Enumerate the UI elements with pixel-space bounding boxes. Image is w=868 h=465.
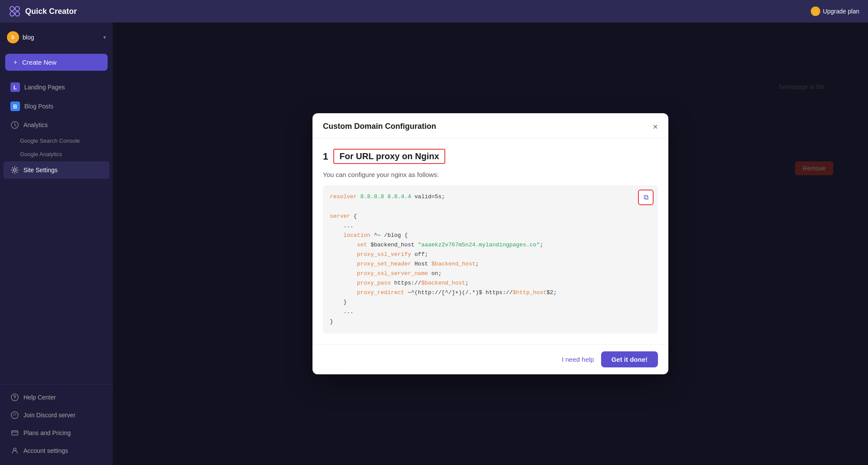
copy-code-button[interactable]: ⧉ xyxy=(638,190,654,205)
upgrade-plan-button[interactable]: 👑 Upgrade plan xyxy=(811,7,859,16)
site-settings-icon xyxy=(10,166,19,174)
plus-icon: ＋ xyxy=(12,58,19,66)
step-header: 1 For URL proxy on Nginx xyxy=(323,149,658,164)
account-icon xyxy=(10,446,19,455)
blog-posts-icon: B xyxy=(10,102,20,111)
help-link-button[interactable]: I need help xyxy=(562,356,594,363)
sidebar-item-plans-pricing[interactable]: Plans and Pricing xyxy=(3,424,109,442)
chevron-down-icon: ▾ xyxy=(103,34,106,40)
svg-point-0 xyxy=(10,7,14,11)
discord-icon xyxy=(10,411,19,419)
svg-point-3 xyxy=(15,12,20,16)
create-new-button[interactable]: ＋ Create New xyxy=(5,54,108,71)
create-new-label: Create New xyxy=(22,59,56,66)
help-center-icon xyxy=(10,393,19,402)
sidebar-label-join-discord: Join Discord server xyxy=(23,412,76,419)
code-block-container: ⧉ resolver 8.8.8.8 8.8.4.4 valid=5s; ser… xyxy=(323,185,658,333)
plans-icon xyxy=(10,429,19,437)
sidebar-item-google-search-console[interactable]: Google Search Console xyxy=(0,134,113,147)
navbar-left: Quick Creator xyxy=(9,5,77,17)
svg-point-7 xyxy=(14,399,15,400)
sidebar-label-google-search-console: Google Search Console xyxy=(20,138,80,144)
app-title: Quick Creator xyxy=(25,7,77,16)
custom-domain-modal: Custom Domain Configuration × 1 For URL … xyxy=(312,113,668,374)
blog-selector[interactable]: b blog ▾ xyxy=(0,28,113,47)
sidebar-item-analytics[interactable]: Analytics xyxy=(3,116,109,134)
step-number: 1 xyxy=(323,151,328,162)
sidebar-label-analytics: Analytics xyxy=(23,121,48,128)
modal-close-button[interactable]: × xyxy=(653,122,658,131)
sidebar-item-blog-posts[interactable]: B Blog Posts xyxy=(3,97,109,115)
code-block: resolver 8.8.8.8 8.8.4.4 valid=5s; serve… xyxy=(330,192,651,326)
svg-point-12 xyxy=(13,448,16,451)
get-it-done-button[interactable]: Get it done! xyxy=(601,351,658,367)
sidebar-item-account-settings[interactable]: Account settings xyxy=(3,442,109,459)
analytics-icon xyxy=(10,121,19,129)
content-area: homepage in the Remove Custom Domain Con… xyxy=(113,23,868,465)
sidebar-label-blog-posts: Blog Posts xyxy=(24,103,53,110)
modal-header: Custom Domain Configuration × xyxy=(312,113,668,138)
app-logo-icon xyxy=(9,5,21,17)
crown-icon: 👑 xyxy=(811,7,820,16)
copy-icon: ⧉ xyxy=(644,193,648,201)
modal-title: Custom Domain Configuration xyxy=(323,122,436,131)
svg-point-1 xyxy=(15,7,20,11)
main-layout: b blog ▾ ＋ Create New L Landing Pages B … xyxy=(0,23,868,465)
landing-pages-icon: L xyxy=(10,82,20,92)
svg-point-10 xyxy=(16,415,16,416)
blog-name: blog xyxy=(23,34,100,41)
step-title: For URL proxy on Nginx xyxy=(333,149,445,164)
modal-body: 1 For URL proxy on Nginx You can configu… xyxy=(312,138,668,344)
sidebar-label-help-center: Help Center xyxy=(23,394,56,401)
sidebar-label-account-settings: Account settings xyxy=(23,447,68,454)
navbar: Quick Creator 👑 Upgrade plan xyxy=(0,0,868,23)
sidebar-item-site-settings[interactable]: Site Settings xyxy=(3,161,109,179)
sidebar-item-help-center[interactable]: Help Center xyxy=(3,389,109,406)
sidebar: b blog ▾ ＋ Create New L Landing Pages B … xyxy=(0,23,113,465)
svg-point-9 xyxy=(13,415,14,416)
sidebar-label-plans-pricing: Plans and Pricing xyxy=(23,429,71,436)
sidebar-item-landing-pages[interactable]: L Landing Pages xyxy=(3,78,109,96)
modal-overlay: Custom Domain Configuration × 1 For URL … xyxy=(113,23,868,465)
svg-rect-11 xyxy=(12,431,18,435)
svg-point-5 xyxy=(13,169,16,171)
step-description: You can configure your nginx as follows: xyxy=(323,171,658,178)
blog-avatar: b xyxy=(7,31,19,43)
sidebar-item-join-discord[interactable]: Join Discord server xyxy=(3,406,109,424)
sidebar-label-landing-pages: Landing Pages xyxy=(24,84,65,91)
upgrade-label: Upgrade plan xyxy=(823,8,859,15)
svg-point-2 xyxy=(10,12,14,16)
sidebar-item-google-analytics[interactable]: Google Analytics xyxy=(0,147,113,161)
sidebar-label-google-analytics: Google Analytics xyxy=(20,151,62,157)
modal-footer: I need help Get it done! xyxy=(312,344,668,374)
svg-point-8 xyxy=(11,412,18,419)
sidebar-label-site-settings: Site Settings xyxy=(23,167,58,174)
sidebar-bottom: Help Center Join Discord server xyxy=(0,384,113,460)
